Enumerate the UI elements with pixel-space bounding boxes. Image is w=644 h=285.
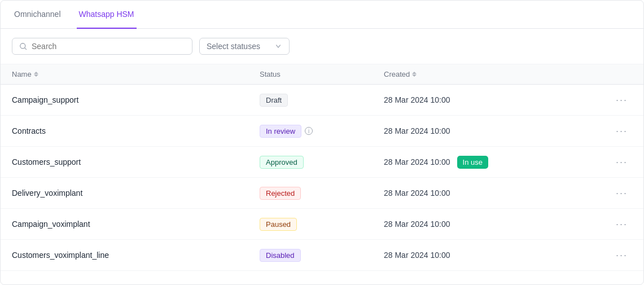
table-row: Campaign_voximplant Paused 28 Mar 2024 1…: [1, 209, 643, 240]
row-status: Draft: [260, 94, 384, 107]
sort-created-icon: [412, 72, 417, 77]
row-actions: ···: [553, 186, 632, 200]
row-status: Approved: [260, 156, 384, 169]
actions-menu-button[interactable]: ···: [611, 93, 632, 107]
table-header: Name Status Created: [1, 64, 643, 85]
tabs-bar: Omnichannel Whatsapp HSM: [1, 1, 643, 29]
row-name: Campaign_support: [12, 95, 260, 104]
row-created: 28 Mar 2024 10:00: [384, 220, 553, 229]
search-wrapper: [12, 38, 192, 55]
actions-menu-button[interactable]: ···: [611, 248, 632, 262]
table-row: Campaign_support Draft 28 Mar 2024 10:00…: [1, 85, 643, 116]
row-name: Customers_voximplant_line: [12, 251, 260, 260]
status-badge: Draft: [260, 94, 288, 107]
table-row: Delivery_voximplant Rejected 28 Mar 2024…: [1, 178, 643, 209]
actions-menu-button[interactable]: ···: [611, 155, 632, 169]
row-name: Customers_support: [12, 157, 260, 166]
tab-omnichannel[interactable]: Omnichannel: [12, 1, 63, 29]
row-status: Disabled: [260, 249, 384, 262]
status-badge: Disabled: [260, 249, 301, 262]
row-created: 28 Mar 2024 10:00: [384, 95, 553, 104]
status-select-label: Select statuses: [207, 42, 270, 51]
status-badge: Rejected: [260, 187, 301, 200]
search-input[interactable]: [32, 42, 185, 51]
tab-whatsapp-hsm[interactable]: Whatsapp HSM: [77, 1, 137, 29]
actions-menu-button[interactable]: ···: [611, 186, 632, 200]
col-header-actions: [553, 70, 632, 78]
row-created: 28 Mar 2024 10:00: [384, 251, 553, 260]
status-select[interactable]: Select statuses: [199, 38, 290, 55]
search-icon: [19, 42, 27, 50]
actions-menu-button[interactable]: ···: [611, 124, 632, 138]
row-status: In review i: [260, 125, 384, 138]
status-badge: Paused: [260, 218, 297, 231]
row-actions: ···: [553, 93, 632, 107]
toolbar: Select statuses: [1, 29, 643, 64]
table-row: Contracts In review i 28 Mar 2024 10:00 …: [1, 116, 643, 147]
main-container: Omnichannel Whatsapp HSM Select statuses…: [0, 0, 644, 285]
svg-line-1: [25, 48, 27, 50]
chevron-down-icon: [274, 42, 282, 50]
row-actions: ···: [553, 217, 632, 231]
table-row: Customers_support Approved 28 Mar 2024 1…: [1, 147, 643, 178]
in-use-badge: In use: [457, 156, 488, 169]
table-row: Customers_voximplant_line Disabled 28 Ma…: [1, 240, 643, 271]
status-badge: Approved: [260, 156, 304, 169]
status-badge: In review: [260, 125, 301, 138]
col-header-name[interactable]: Name: [12, 70, 260, 78]
row-actions: ···: [553, 124, 632, 138]
sort-name-icon: [34, 72, 38, 77]
col-header-status: Status: [260, 70, 384, 78]
row-created: 28 Mar 2024 10:00 In use: [384, 156, 553, 169]
info-icon[interactable]: i: [305, 127, 313, 135]
row-actions: ···: [553, 155, 632, 169]
row-status: Paused: [260, 218, 384, 231]
row-status: Rejected: [260, 187, 384, 200]
actions-menu-button[interactable]: ···: [611, 217, 632, 231]
row-name: Campaign_voximplant: [12, 220, 260, 229]
row-created: 28 Mar 2024 10:00: [384, 126, 553, 135]
row-created: 28 Mar 2024 10:00: [384, 188, 553, 198]
col-header-created[interactable]: Created: [384, 70, 553, 78]
row-actions: ···: [553, 248, 632, 262]
row-name: Contracts: [12, 126, 260, 135]
row-name: Delivery_voximplant: [12, 188, 260, 198]
